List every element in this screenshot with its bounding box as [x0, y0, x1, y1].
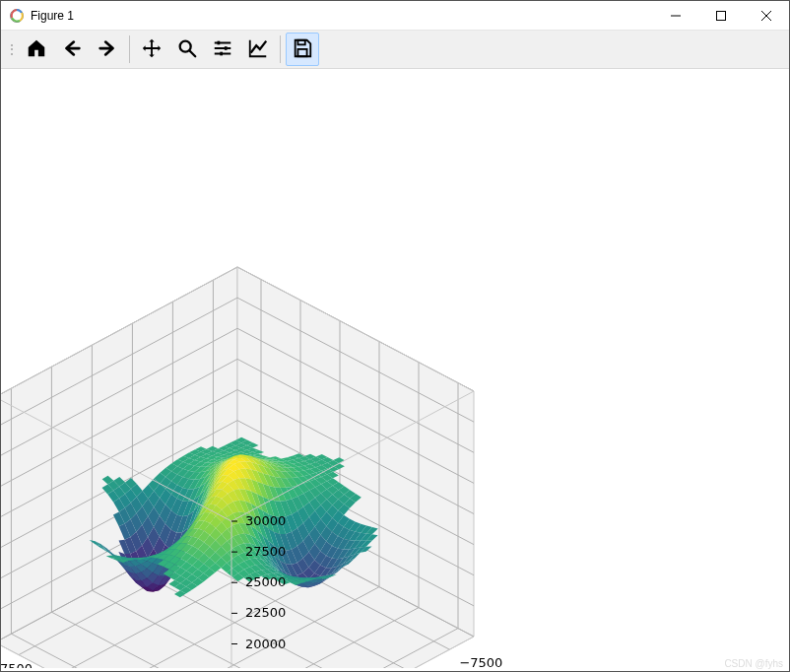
window-title: Figure 1 — [31, 9, 74, 23]
svg-rect-1 — [717, 11, 726, 20]
close-button[interactable] — [744, 1, 789, 31]
svg-rect-4 — [225, 46, 228, 50]
sliders-icon — [212, 37, 233, 62]
toolbar-separator — [280, 35, 281, 63]
surface3d-plot: −7500−5000−2500025005000−7500−5000−25000… — [1, 69, 789, 668]
app-icon — [9, 8, 25, 24]
save-icon — [292, 37, 313, 62]
svg-text:22500: 22500 — [245, 605, 286, 620]
toolbar-separator — [129, 35, 130, 63]
svg-rect-5 — [220, 51, 223, 55]
svg-text:17500: 17500 — [245, 667, 286, 668]
svg-text:25000: 25000 — [245, 574, 286, 589]
home-icon — [26, 37, 47, 62]
svg-rect-7 — [297, 48, 306, 55]
zoom-button[interactable] — [170, 33, 204, 66]
svg-text:−7500: −7500 — [459, 655, 502, 668]
subplots-button[interactable] — [206, 33, 239, 66]
watermark: CSDN @fyhs — [724, 658, 783, 669]
forward-button[interactable] — [91, 33, 124, 66]
home-button[interactable] — [20, 33, 53, 66]
svg-text:30000: 30000 — [245, 513, 286, 528]
chart-line-icon — [247, 37, 269, 62]
arrow-left-icon — [61, 37, 83, 62]
plot-canvas[interactable]: −7500−5000−2500025005000−7500−5000−25000… — [1, 69, 789, 671]
minimize-button[interactable] — [653, 1, 698, 31]
zoom-icon — [176, 37, 198, 62]
figure-window: Figure 1 ⋮ — [0, 0, 790, 672]
svg-text:20000: 20000 — [245, 637, 286, 651]
save-button[interactable] — [286, 33, 319, 66]
svg-text:27500: 27500 — [245, 544, 286, 559]
svg-rect-3 — [218, 40, 221, 44]
toolbar: ⋮ — [1, 31, 789, 69]
titlebar: Figure 1 — [1, 1, 789, 31]
toolbar-grip-icon: ⋮ — [5, 41, 19, 57]
pan-button[interactable] — [135, 33, 168, 66]
svg-text:−7500: −7500 — [1, 661, 33, 668]
back-button[interactable] — [55, 33, 89, 66]
maximize-button[interactable] — [698, 1, 744, 31]
arrow-right-icon — [97, 37, 118, 62]
move-icon — [141, 37, 163, 62]
axis-button[interactable] — [241, 33, 275, 66]
svg-rect-6 — [297, 39, 304, 44]
